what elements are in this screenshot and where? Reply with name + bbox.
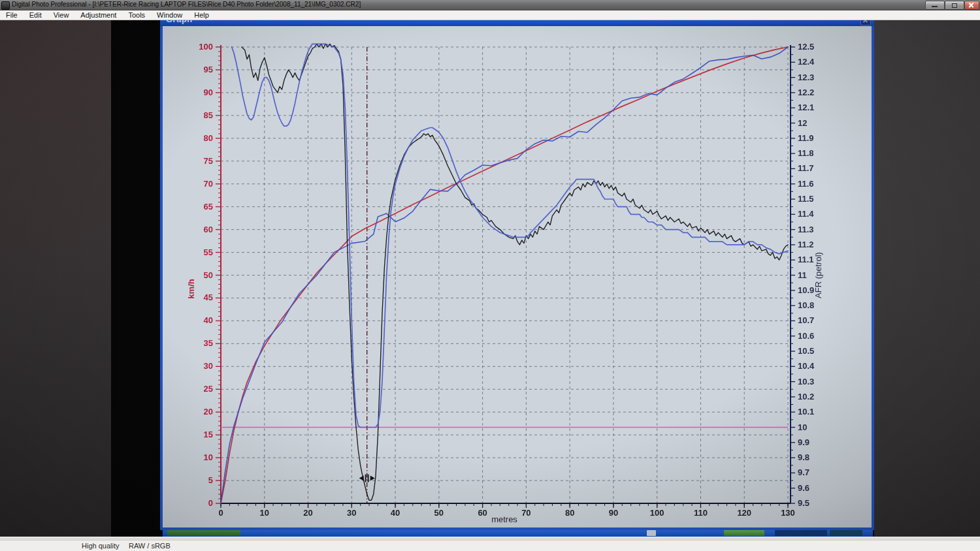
status-quality: High quality: [82, 542, 119, 550]
menu-item-tools[interactable]: Tools: [122, 10, 151, 20]
graph-window-title: Graph: [166, 20, 193, 24]
photo-canvas: Graph 0510152025303540455055606570758085…: [0, 20, 980, 537]
menu-item-adjustment[interactable]: Adjustment: [74, 10, 122, 20]
restore-icon: [952, 3, 957, 8]
window-title: Digital Photo Professional - [I:\PETER-R…: [12, 1, 361, 8]
graph-close-button[interactable]: [860, 20, 871, 25]
taskbar-fragment-green: [167, 530, 240, 536]
photo-background-left: [0, 20, 111, 537]
title-bar[interactable]: Digital Photo Professional - [I:\PETER-R…: [0, 0, 980, 10]
taskbar-fragment-navy: [775, 530, 827, 536]
photo-background-right: [874, 20, 980, 537]
app-icon: [1, 1, 10, 10]
menu-item-window[interactable]: Window: [151, 10, 188, 20]
minimize-icon: [932, 6, 938, 7]
taskbar-fragment-teal: [830, 530, 862, 536]
monitor-bezel: [111, 20, 161, 537]
menu-item-help[interactable]: Help: [188, 10, 215, 20]
app-window: Digital Photo Professional - [I:\PETER-R…: [0, 0, 980, 551]
menu-item-view[interactable]: View: [48, 10, 75, 20]
restore-button[interactable]: [945, 1, 964, 10]
menu-item-edit[interactable]: Edit: [24, 10, 48, 20]
menu-item-file[interactable]: File: [0, 10, 24, 20]
minimize-button[interactable]: [925, 1, 945, 10]
close-button[interactable]: [964, 1, 979, 10]
graph-window: Graph: [160, 26, 874, 530]
menu-bar: FileEditViewAdjustmentToolsWindowHelp: [0, 10, 980, 20]
taskbar-fragment-green2: [724, 530, 764, 536]
graph-window-titlebar[interactable]: Graph: [160, 20, 874, 26]
status-colorspace: RAW / sRGB: [129, 542, 171, 550]
status-bar: High quality RAW / sRGB: [0, 540, 980, 551]
taskbar-fragment-light: [647, 530, 656, 536]
